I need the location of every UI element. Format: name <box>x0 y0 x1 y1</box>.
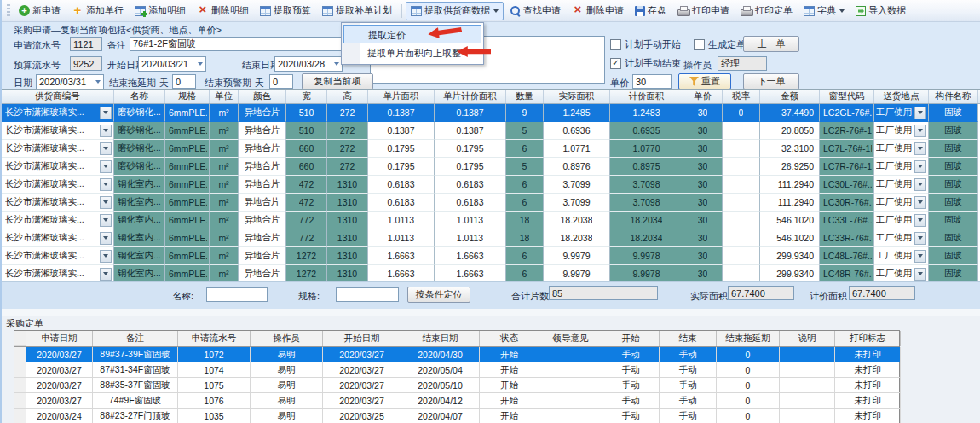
extract-supplement-plan-button[interactable]: 提取补单计划 <box>317 2 397 20</box>
column-header-remark[interactable]: 备注 <box>93 331 178 346</box>
row-selector-gutter[interactable] <box>14 409 26 423</box>
dropdown-arrow-icon[interactable] <box>100 232 112 245</box>
dropdown-arrow-icon[interactable] <box>914 250 926 263</box>
table-row[interactable]: 长沙市潇湘玻璃实...钢化室内...6mmPLE...m²异地合片7721310… <box>2 229 980 247</box>
column-header-print-flag[interactable]: 打印标志 <box>835 331 901 346</box>
delete-application-button[interactable]: 删除申请 <box>567 2 629 20</box>
column-header-piece-area[interactable]: 单片面积 <box>368 90 435 103</box>
row-selector-gutter[interactable] <box>14 378 26 393</box>
end-delay-field[interactable]: 0 <box>172 74 196 89</box>
column-header-status[interactable]: 状态 <box>480 331 539 346</box>
remark-field[interactable]: 76#1-2F窗固玻 <box>130 37 355 51</box>
column-header-window-code[interactable]: 窗型代码 <box>820 90 874 103</box>
dropdown-arrow-icon[interactable] <box>100 178 112 191</box>
order-row[interactable]: 2020/03/2488#23-27F门顶玻1035易明2020/03/2520… <box>14 409 899 423</box>
column-header-end[interactable]: 结束 <box>660 331 717 346</box>
table-row[interactable]: 长沙市潇湘玻璃实...钢化室内...6mmPLE...m²异地合片4721310… <box>2 176 980 194</box>
table-row[interactable]: 长沙市潇湘玻璃实...磨砂钢化...6mmPLE...m²异地合片6602720… <box>2 158 980 176</box>
column-header-delivery[interactable]: 送货地点 <box>874 90 929 103</box>
toolbar-drag-handle[interactable] <box>7 4 10 18</box>
add-row-button[interactable]: 添加单行 <box>66 2 129 20</box>
column-header-priced-area[interactable]: 计价面积 <box>610 90 683 103</box>
date-picker[interactable]: 2020/03/31 <box>36 74 104 90</box>
column-header-unit[interactable]: 单位 <box>210 90 239 103</box>
chevron-down-icon[interactable] <box>334 62 339 66</box>
order-row[interactable]: 2020/03/2787#31-34F窗固玻1074易明2020/03/2720… <box>14 362 899 378</box>
budget-no-field[interactable]: 9252 <box>70 56 102 71</box>
previous-order-button[interactable]: 上一单 <box>743 36 799 52</box>
column-header-actual-area[interactable]: 实际面积 <box>544 90 610 103</box>
table-row[interactable]: 长沙市潇湘玻璃实...钢化室内...6mmPLE...m²异地合片1272131… <box>2 247 980 265</box>
dropdown-arrow-icon[interactable] <box>914 142 926 155</box>
column-header-unit-price[interactable]: 单价 <box>683 90 723 103</box>
generate-order-checkbox[interactable]: 生成定单 <box>694 38 746 51</box>
unit-price-field[interactable]: 30 <box>632 74 672 89</box>
manual-start-checkbox[interactable]: 计划手动开始 <box>610 38 681 51</box>
dropdown-arrow-icon[interactable] <box>914 125 926 137</box>
column-header-start-date[interactable]: 开始日期 <box>323 331 401 346</box>
chevron-down-icon[interactable] <box>198 62 203 66</box>
column-header-piece-priced-area[interactable]: 单片计价面积 <box>435 90 506 103</box>
dropdown-arrow-icon[interactable] <box>100 125 112 137</box>
table-row[interactable]: 长沙市潇湘玻璃实...钢化室内...6mmPLE...m²异地合片4721310… <box>2 194 980 212</box>
row-selector-gutter[interactable] <box>14 362 26 378</box>
dropdown-arrow-icon[interactable] <box>914 196 926 209</box>
dropdown-arrow-icon[interactable] <box>100 142 112 155</box>
column-header-supplier[interactable]: 供货商编号 <box>2 90 114 103</box>
table-row[interactable]: 长沙市潇湘玻璃实...钢化室内...6mmPLE...m²异地合片1272131… <box>2 265 980 282</box>
column-header-height[interactable]: 高 <box>327 90 368 103</box>
dropdown-arrow-icon[interactable] <box>100 214 112 227</box>
column-header-name[interactable]: 名称 <box>114 90 165 103</box>
locate-by-condition-button[interactable]: 按条件定位 <box>407 287 470 303</box>
manual-end-checkbox[interactable]: ✓计划手动结束 <box>610 57 681 70</box>
column-header-amount[interactable]: 金额 <box>760 90 820 103</box>
column-header-color[interactable]: 颜色 <box>239 90 286 103</box>
dropdown-arrow-icon[interactable] <box>914 107 926 119</box>
column-header-qty[interactable]: 数量 <box>506 90 544 103</box>
delete-detail-button[interactable]: 删除明细 <box>192 2 254 20</box>
print-order-button[interactable]: 打印定单 <box>735 2 798 20</box>
import-data-button[interactable]: 导入数据 <box>850 2 911 20</box>
dropdown-arrow-icon[interactable] <box>914 232 926 245</box>
find-application-button[interactable]: 查找申请 <box>504 2 566 20</box>
copy-current-item-button[interactable]: 复制当前项 <box>302 73 373 90</box>
end-warning-field[interactable]: 0 <box>269 74 293 89</box>
order-row[interactable]: 2020/03/2788#35-37F窗固玻1075易明2020/03/2720… <box>14 378 899 393</box>
column-header-end-date[interactable]: 结束日期 <box>401 331 480 346</box>
table-row[interactable]: 长沙市潇湘玻璃实...磨砂钢化...6mmPLE...m²异地合片6602720… <box>2 140 980 158</box>
row-selector-gutter[interactable] <box>14 347 26 362</box>
column-header-operator[interactable]: 操作员 <box>251 331 323 346</box>
dictionary-button[interactable]: 字典 <box>798 2 850 20</box>
name-filter-input[interactable] <box>206 287 268 302</box>
dropdown-arrow-icon[interactable] <box>100 196 112 209</box>
reset-button[interactable]: 重置 <box>678 73 731 90</box>
dropdown-arrow-icon[interactable] <box>914 160 926 173</box>
table-row[interactable]: 长沙市潇湘玻璃实...钢化室内...6mmPLE...m²异地合片7721310… <box>2 212 980 229</box>
table-row[interactable]: 长沙市潇湘玻璃实...磨砂钢化...6mmPLE...m²异地合片5102720… <box>2 104 980 122</box>
column-header-note[interactable]: 说明 <box>780 331 835 346</box>
dropdown-arrow-icon[interactable] <box>100 268 112 281</box>
spec-filter-input[interactable] <box>336 287 399 302</box>
add-detail-button[interactable]: 添加明细 <box>130 2 191 20</box>
column-header-apply-date[interactable]: 申请日期 <box>26 331 93 346</box>
column-header-width[interactable]: 宽 <box>286 90 327 103</box>
apply-no-field[interactable]: 1121 <box>70 37 102 51</box>
next-order-button[interactable]: 下一单 <box>743 73 799 90</box>
column-header-spec[interactable]: 规格 <box>165 90 210 103</box>
print-application-button[interactable]: 打印申请 <box>672 2 735 20</box>
column-header-start[interactable]: 开始 <box>602 331 660 346</box>
start-date-picker[interactable]: 2020/03/21 <box>138 56 206 72</box>
dropdown-arrow-icon[interactable] <box>100 107 112 119</box>
dropdown-arrow-icon[interactable] <box>100 160 112 173</box>
dropdown-arrow-icon[interactable] <box>914 214 926 227</box>
table-row[interactable]: 长沙市潇湘玻璃实...磨砂钢化...6mmPLE...m²异地合片5102720… <box>2 122 980 140</box>
column-header-apply-no[interactable]: 申请流水号 <box>178 331 251 346</box>
column-header-part-name[interactable]: 构件名称 <box>929 90 978 103</box>
chevron-down-icon[interactable] <box>95 80 101 84</box>
extract-supplier-data-button[interactable]: 提取供货商数据 <box>406 2 504 20</box>
row-selector-gutter[interactable] <box>14 393 26 409</box>
order-row[interactable]: 2020/03/2789#37-39F窗固玻1072易明2020/03/2720… <box>14 347 899 362</box>
column-header-end-delay[interactable]: 结束拖延期 <box>717 331 780 346</box>
order-row[interactable]: 2020/03/2774#9F窗固玻1076易明2020/03/272020/0… <box>14 393 899 409</box>
new-application-button[interactable]: 新申请 <box>14 2 66 20</box>
